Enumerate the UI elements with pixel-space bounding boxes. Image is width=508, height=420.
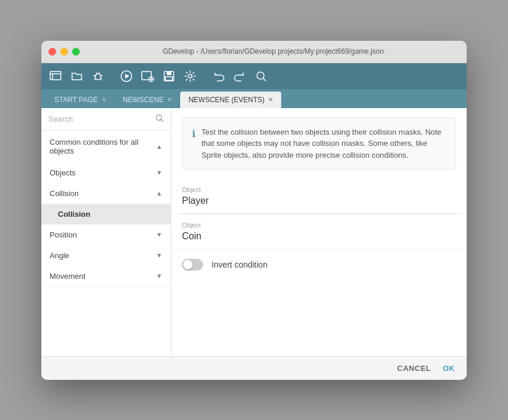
toolbar-debug-icon[interactable] bbox=[89, 67, 108, 86]
position-chevron: ▼ bbox=[156, 231, 162, 238]
objects-chevron: ▼ bbox=[156, 169, 162, 176]
tab-start-page-close[interactable]: ✕ bbox=[102, 96, 106, 103]
ok-button[interactable]: OK bbox=[443, 364, 455, 373]
collision-subitem-label: Collision bbox=[58, 210, 90, 219]
title-bar: GDevelop - /Users/florian/GDevelop proje… bbox=[41, 41, 467, 63]
info-icon: ℹ bbox=[192, 127, 196, 161]
angle-label: Angle bbox=[50, 251, 69, 260]
tab-newscene-events-label: NEWSCENE (EVENTS) bbox=[188, 96, 265, 104]
search-box bbox=[41, 108, 171, 131]
toolbar-folder-icon[interactable] bbox=[67, 67, 86, 86]
angle-item[interactable]: Angle ▼ bbox=[41, 245, 171, 266]
movement-label: Movement bbox=[50, 272, 86, 281]
collision-item[interactable]: Collision ▲ bbox=[41, 183, 171, 204]
collision-subitem[interactable]: Collision bbox=[41, 204, 171, 224]
svg-point-13 bbox=[188, 74, 192, 78]
tab-start-page[interactable]: START PAGE ✕ bbox=[46, 92, 115, 108]
maximize-button[interactable] bbox=[72, 48, 80, 56]
object2-label: Object bbox=[182, 222, 456, 229]
position-item[interactable]: Position ▼ bbox=[41, 224, 171, 245]
common-conditions-label: Common conditions for all objects bbox=[50, 138, 156, 155]
tab-newscene-events-close[interactable]: ✕ bbox=[268, 96, 273, 103]
close-button[interactable] bbox=[48, 48, 56, 56]
objects-item[interactable]: Objects ▼ bbox=[41, 162, 171, 183]
toolbar-search-icon[interactable] bbox=[252, 67, 271, 86]
toolbar-undo-icon[interactable] bbox=[209, 67, 228, 86]
right-panel: ℹ Test the collision between two objects… bbox=[171, 108, 467, 356]
toolbar-settings-icon[interactable] bbox=[181, 67, 200, 86]
toolbar-save-icon[interactable] bbox=[159, 67, 178, 86]
object1-value[interactable]: Player bbox=[182, 196, 456, 206]
common-conditions-header[interactable]: Common conditions for all objects ▲ bbox=[41, 131, 171, 162]
invert-row: Invert condition bbox=[171, 249, 467, 280]
footer: CANCEL OK bbox=[41, 356, 467, 380]
info-text: Test the collision between two objects u… bbox=[201, 126, 446, 161]
toolbar-play-icon[interactable] bbox=[117, 67, 136, 86]
tab-newscene[interactable]: NEWSCENE ✕ bbox=[115, 92, 180, 108]
svg-marker-5 bbox=[125, 74, 129, 79]
invert-toggle[interactable] bbox=[182, 259, 203, 271]
toolbar-redo-icon[interactable] bbox=[230, 67, 249, 86]
info-box: ℹ Test the collision between two objects… bbox=[182, 118, 456, 170]
search-input[interactable] bbox=[48, 115, 151, 123]
collision-chevron-up: ▲ bbox=[156, 190, 162, 197]
tab-start-page-label: START PAGE bbox=[54, 96, 98, 104]
cancel-button[interactable]: CANCEL bbox=[397, 364, 431, 373]
svg-rect-0 bbox=[50, 71, 61, 80]
object1-label: Object bbox=[182, 186, 456, 193]
common-conditions-chevron-up: ▲ bbox=[156, 143, 162, 150]
main-content: Common conditions for all objects ▲ Obje… bbox=[41, 108, 467, 356]
search-icon bbox=[155, 114, 164, 124]
objects-label: Objects bbox=[50, 168, 76, 177]
svg-rect-11 bbox=[167, 71, 171, 75]
svg-line-17 bbox=[161, 119, 164, 122]
object2-field-group: Object Coin bbox=[171, 214, 467, 249]
minimize-button[interactable] bbox=[60, 48, 68, 56]
window-title: GDevelop - /Users/florian/GDevelop proje… bbox=[87, 47, 460, 56]
toolbar-add-object-icon[interactable] bbox=[138, 67, 157, 86]
common-conditions-section: Common conditions for all objects ▲ Obje… bbox=[41, 131, 171, 287]
object1-field-group: Object Player bbox=[171, 179, 467, 214]
tab-newscene-close[interactable]: ✕ bbox=[167, 96, 172, 103]
angle-chevron: ▼ bbox=[156, 252, 162, 259]
invert-label: Invert condition bbox=[211, 260, 268, 269]
svg-rect-12 bbox=[165, 77, 172, 80]
toggle-knob bbox=[183, 260, 193, 269]
movement-chevron: ▼ bbox=[156, 272, 162, 279]
tab-bar: START PAGE ✕ NEWSCENE ✕ NEWSCENE (EVENTS… bbox=[41, 89, 467, 108]
movement-item[interactable]: Movement ▼ bbox=[41, 266, 171, 286]
object2-value[interactable]: Coin bbox=[182, 231, 456, 242]
svg-line-15 bbox=[263, 78, 266, 81]
app-window: GDevelop - /Users/florian/GDevelop proje… bbox=[41, 41, 467, 380]
position-label: Position bbox=[50, 230, 77, 239]
tab-newscene-events[interactable]: NEWSCENE (EVENTS) ✕ bbox=[180, 92, 281, 108]
tab-newscene-label: NEWSCENE bbox=[123, 96, 164, 104]
collision-label: Collision bbox=[50, 189, 79, 198]
left-panel: Common conditions for all objects ▲ Obje… bbox=[41, 108, 171, 356]
traffic-lights bbox=[48, 48, 80, 56]
toolbar-scene-icon[interactable] bbox=[46, 67, 65, 86]
toolbar bbox=[41, 63, 467, 89]
